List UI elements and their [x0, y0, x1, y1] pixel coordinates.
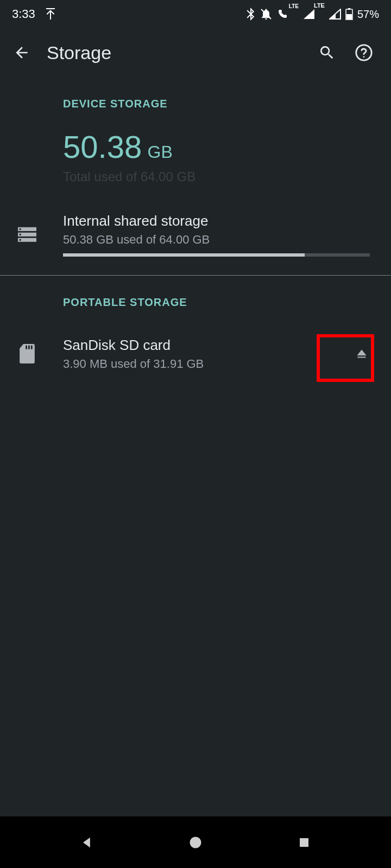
help-button[interactable] [353, 42, 375, 63]
svg-point-10 [20, 228, 21, 229]
signal-lte-icon: LTE [303, 9, 325, 20]
internal-storage-item[interactable]: Internal shared storage 50.38 GB used of… [0, 201, 391, 269]
status-bar: 3:33 LTE LTE 57% [0, 0, 391, 28]
nav-home-button[interactable] [182, 829, 209, 856]
internal-storage-progress [63, 253, 370, 257]
battery-percent: 57% [357, 8, 379, 21]
svg-rect-14 [28, 346, 30, 349]
svg-rect-15 [31, 346, 33, 349]
search-button[interactable] [316, 42, 338, 63]
svg-rect-4 [346, 14, 352, 20]
svg-rect-17 [300, 838, 308, 847]
navigation-bar [0, 816, 391, 868]
wifi-calling-icon: LTE [277, 9, 299, 20]
eject-button[interactable] [345, 347, 378, 361]
storage-used-value: 50.38 [63, 129, 142, 164]
nav-recent-button[interactable] [291, 829, 318, 856]
device-storage-section-label: DEVICE STORAGE [0, 77, 391, 125]
battery-icon [345, 8, 353, 20]
storage-summary: 50.38 GB Total used of 64.00 GB [0, 125, 391, 201]
sdcard-sub: 3.90 MB used of 31.91 GB [63, 357, 345, 371]
portable-storage-section-label: PORTABLE STORAGE [0, 276, 391, 324]
page-title: Storage [47, 42, 316, 63]
svg-point-5 [356, 45, 371, 60]
storage-icon [15, 227, 39, 243]
back-button[interactable] [9, 40, 35, 66]
svg-point-6 [363, 56, 365, 58]
svg-point-16 [190, 837, 201, 848]
svg-point-12 [20, 239, 21, 240]
svg-point-11 [20, 233, 21, 235]
sdcard-icon [15, 344, 39, 363]
svg-rect-3 [348, 8, 350, 10]
internal-storage-title: Internal shared storage [63, 213, 378, 229]
storage-total-subtext: Total used of 64.00 GB [63, 169, 391, 184]
status-time: 3:33 [12, 7, 35, 21]
internal-storage-sub: 50.38 GB used of 64.00 GB [63, 233, 378, 247]
svg-rect-13 [26, 346, 27, 349]
upload-indicator-icon [45, 8, 56, 20]
storage-used-unit: GB [148, 142, 173, 162]
nav-back-button[interactable] [73, 829, 100, 856]
sdcard-item[interactable]: SanDisk SD card 3.90 MB used of 31.91 GB [0, 324, 391, 384]
signal-icon [329, 9, 341, 20]
svg-rect-0 [46, 8, 55, 9]
sdcard-title: SanDisk SD card [63, 337, 345, 354]
bluetooth-icon [245, 8, 255, 21]
dnd-off-icon [260, 8, 273, 21]
app-bar: Storage [0, 28, 391, 77]
